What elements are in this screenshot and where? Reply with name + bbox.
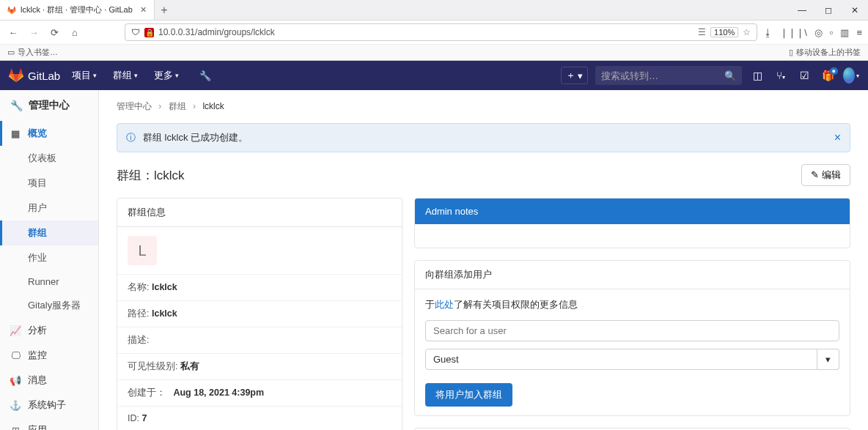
search-icon[interactable]: 🔍 bbox=[724, 70, 736, 81]
tab-close-icon[interactable]: ✕ bbox=[140, 5, 147, 15]
user-avatar-icon bbox=[843, 67, 855, 84]
admin-sidebar: 🔧 管理中心 ▦概览 仪表板 项目 用户 群组 作业 Runner Gitaly… bbox=[0, 90, 99, 430]
add-user-card: 向群组添加用户 于此处了解有关项目权限的更多信息 Guest ▾ 将用户加入群组 bbox=[414, 260, 850, 416]
window-close-icon[interactable]: ✕ bbox=[842, 5, 868, 15]
plus-icon: ＋ bbox=[566, 69, 575, 82]
permissions-link[interactable]: 此处 bbox=[435, 299, 454, 310]
forward-button[interactable]: → bbox=[26, 25, 41, 40]
analytics-icon: 📈 bbox=[10, 325, 21, 336]
window-maximize-icon[interactable]: ◻ bbox=[815, 5, 842, 15]
page-title: 群组：lcklck bbox=[117, 167, 185, 184]
address-bar[interactable]: 🛡 🔒 ☰ 110% ☆ bbox=[125, 23, 757, 41]
apps-icon: ⊞ bbox=[10, 425, 21, 431]
merge-requests-icon[interactable]: ⑂▾ bbox=[773, 70, 789, 81]
sidebar-runner[interactable]: Runner bbox=[0, 270, 98, 293]
monitor-icon: 🖵 bbox=[10, 350, 21, 361]
extensions-icon[interactable]: ▫ bbox=[830, 27, 834, 38]
messages-icon: 📢 bbox=[10, 375, 21, 386]
sidebar-groups[interactable]: 群组 bbox=[0, 220, 98, 245]
info-created: 创建于： Aug 18, 2021 4:39pm bbox=[117, 379, 402, 406]
url-input[interactable] bbox=[158, 27, 694, 37]
bookmark-star-icon[interactable]: ☆ bbox=[743, 27, 751, 37]
alert-text: 群组 lcklck 已成功创建。 bbox=[143, 131, 248, 144]
sidebar-hooks[interactable]: ⚓系统钩子 bbox=[0, 393, 98, 418]
sidebar-projects[interactable]: 项目 bbox=[0, 171, 98, 196]
breadcrumb-current: lcklck bbox=[202, 101, 224, 111]
zoom-level[interactable]: 110% bbox=[710, 27, 738, 37]
add-user-button[interactable]: 将用户加入群组 bbox=[425, 383, 512, 407]
mobile-bookmarks[interactable]: ▯ 移动设备上的书签 bbox=[789, 47, 861, 58]
menu-icon[interactable]: ≡ bbox=[856, 27, 862, 38]
sidebar-users[interactable]: 用户 bbox=[0, 196, 98, 220]
gitlab-icon bbox=[9, 68, 23, 83]
admin-notes-card: Admin notes bbox=[414, 198, 850, 248]
permissions-help: 于此处了解有关项目权限的更多信息 bbox=[425, 298, 839, 311]
info-id: ID: 7 bbox=[117, 406, 402, 430]
reload-button[interactable]: ⟳ bbox=[47, 25, 62, 40]
breadcrumb-admin[interactable]: 管理中心 bbox=[117, 101, 152, 111]
todos-icon[interactable]: ☑ bbox=[796, 70, 812, 81]
sidebar-gitaly[interactable]: Gitaly服务器 bbox=[0, 293, 98, 318]
gitlab-favicon-icon bbox=[7, 6, 16, 15]
nav-more[interactable]: 更多▾ bbox=[150, 69, 183, 82]
create-new-dropdown[interactable]: ＋▾ bbox=[561, 67, 588, 84]
wrench-icon: 🔧 bbox=[10, 100, 23, 111]
nav-groups[interactable]: 群组▾ bbox=[108, 69, 142, 82]
add-user-header: 向群组添加用户 bbox=[415, 261, 850, 289]
sidebar-overview[interactable]: ▦概览 bbox=[0, 121, 98, 146]
breadcrumb-groups[interactable]: 群组 bbox=[169, 101, 186, 111]
sidebar-monitoring[interactable]: 🖵监控 bbox=[0, 343, 98, 368]
sidebar-icon[interactable]: ▥ bbox=[840, 27, 849, 38]
sidebar-analytics[interactable]: 📈分析 bbox=[0, 318, 98, 343]
window-minimize-icon[interactable]: ― bbox=[789, 5, 815, 15]
sidebar-jobs[interactable]: 作业 bbox=[0, 245, 98, 270]
info-path: 路径: lcklck bbox=[117, 300, 402, 327]
user-search-input[interactable] bbox=[425, 320, 839, 341]
main-content: 管理中心 › 群组 › lcklck ⓘ 群组 lcklck 已成功创建。 × … bbox=[99, 90, 868, 430]
insecure-icon: 🔒 bbox=[144, 28, 154, 37]
shield-icon: 🛡 bbox=[131, 27, 140, 37]
sidebar-apps[interactable]: ⊞应用 bbox=[0, 418, 98, 430]
bookmark-icon: ▭ bbox=[7, 48, 15, 57]
account-icon[interactable]: ◎ bbox=[814, 27, 823, 38]
overview-icon: ▦ bbox=[10, 128, 21, 139]
nav-projects[interactable]: 项目▾ bbox=[67, 69, 101, 82]
import-bookmarks[interactable]: ▭ 导入书签… bbox=[7, 47, 58, 58]
user-menu[interactable]: ▾ bbox=[843, 67, 859, 84]
library-icon[interactable]: ❘❘❘\ bbox=[780, 27, 807, 38]
hooks-icon: ⚓ bbox=[10, 400, 21, 411]
role-dropdown-icon[interactable]: ▾ bbox=[817, 349, 839, 370]
sidebar-dashboard[interactable]: 仪表板 bbox=[0, 146, 98, 171]
role-select[interactable]: Guest bbox=[425, 349, 817, 370]
info-icon: ⓘ bbox=[126, 131, 136, 144]
admin-notes-header: Admin notes bbox=[415, 199, 850, 224]
tab-title: lcklck · 群组 · 管理中心 · GitLab bbox=[21, 4, 133, 15]
info-name: 名称: lcklck bbox=[117, 274, 402, 300]
breadcrumb: 管理中心 › 群组 › lcklck bbox=[117, 100, 850, 113]
back-button[interactable]: ← bbox=[6, 25, 21, 40]
downloads-icon[interactable]: ⭳ bbox=[763, 27, 773, 38]
new-tab-button[interactable]: + bbox=[155, 4, 174, 17]
group-avatar: L bbox=[128, 236, 157, 265]
home-button[interactable]: ⌂ bbox=[67, 25, 82, 40]
whats-new-icon[interactable]: 🎁● bbox=[820, 70, 836, 81]
sidebar-title: 🔧 管理中心 bbox=[0, 90, 98, 121]
reader-icon[interactable]: ☰ bbox=[698, 27, 706, 37]
group-info-card: 群组信息 L 名称: lcklck 路径: lcklck 描述: 可见性级别: … bbox=[117, 198, 402, 430]
sidebar-messages[interactable]: 📢消息 bbox=[0, 368, 98, 393]
edit-button[interactable]: ✎ 编辑 bbox=[801, 164, 850, 186]
admin-wrench-icon[interactable]: 🔧 bbox=[195, 70, 216, 81]
search-input[interactable] bbox=[601, 70, 724, 81]
info-visibility: 可见性级别: 私有 bbox=[117, 353, 402, 379]
browser-tab[interactable]: lcklck · 群组 · 管理中心 · GitLab ✕ bbox=[0, 0, 155, 20]
alert-close-icon[interactable]: × bbox=[834, 131, 841, 144]
group-info-header: 群组信息 bbox=[117, 199, 402, 227]
gitlab-logo[interactable]: GitLab bbox=[9, 68, 60, 83]
gitlab-topbar: GitLab 项目▾ 群组▾ 更多▾ 🔧 ＋▾ 🔍 ◫ ⑂▾ ☑ 🎁● ▾ bbox=[0, 61, 868, 90]
info-desc: 描述: bbox=[117, 327, 402, 353]
success-alert: ⓘ 群组 lcklck 已成功创建。 × bbox=[117, 123, 850, 152]
issues-icon[interactable]: ◫ bbox=[749, 70, 765, 81]
global-search[interactable]: 🔍 bbox=[595, 66, 742, 85]
mobile-icon: ▯ bbox=[789, 48, 793, 57]
